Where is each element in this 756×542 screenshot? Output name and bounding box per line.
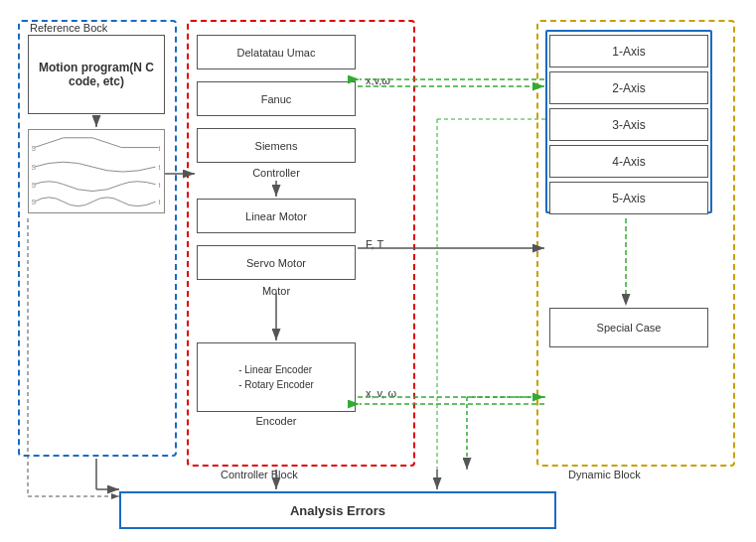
svg-text:S: S xyxy=(32,182,37,189)
motion-program-text: Motion program(N C code, etc) xyxy=(29,61,164,88)
ft-label: F, T xyxy=(366,238,383,250)
encoder-box: - Linear Encoder - Rotary Encoder xyxy=(197,342,356,412)
diagram: Reference Bock Motion program(N C code, … xyxy=(0,0,756,542)
encoder-sublabel: Encoder xyxy=(197,415,356,427)
svg-line-0 xyxy=(35,138,64,148)
svg-text:t: t xyxy=(158,145,160,152)
special-case-label: Special Case xyxy=(597,322,662,334)
axis-4-box: 4-Axis xyxy=(549,145,708,178)
linear-motor-box: Linear Motor xyxy=(197,199,356,233)
svg-text:S: S xyxy=(32,164,37,171)
svg-text:t: t xyxy=(158,164,160,171)
delatatau-box: Delatatau Umac xyxy=(197,35,356,69)
motion-program-box: Motion program(N C code, etc) xyxy=(28,35,165,114)
siemens-box: Siemens xyxy=(197,128,356,163)
encoder-line2: - Rotary Encoder xyxy=(238,377,314,392)
fanuc-label: Fanuc xyxy=(261,93,292,105)
servo-motor-box: Servo Motor xyxy=(197,245,356,280)
xvw-bottom-label: x, v, ω xyxy=(366,387,396,399)
servo-motor-label: Servo Motor xyxy=(246,257,306,269)
analysis-errors-box: Analysis Errors xyxy=(119,491,556,529)
special-case-box: Special Case xyxy=(549,308,708,347)
delatatau-label: Delatatau Umac xyxy=(237,47,316,59)
waveform-box: S t S t S t S t xyxy=(28,129,165,213)
encoder-line1: - Linear Encoder xyxy=(238,362,314,377)
svg-line-2 xyxy=(92,138,121,148)
axis-4-label: 4-Axis xyxy=(612,155,645,169)
axis-5-box: 5-Axis xyxy=(549,182,708,214)
axis-3-box: 3-Axis xyxy=(549,108,708,141)
analysis-errors-label: Analysis Errors xyxy=(290,503,385,518)
reference-block-label: Reference Bock xyxy=(30,22,107,34)
svg-text:t: t xyxy=(158,199,160,205)
axis-1-label: 1-Axis xyxy=(612,45,645,59)
svg-text:t: t xyxy=(158,182,160,189)
axis-3-label: 3-Axis xyxy=(612,118,645,132)
waveform-svg: S t S t S t S t xyxy=(29,130,164,212)
xvw-top-label: x,v,ω xyxy=(366,74,390,86)
motor-sublabel: Motor xyxy=(197,285,356,297)
fanuc-box: Fanuc xyxy=(197,81,356,116)
encoder-content: - Linear Encoder - Rotary Encoder xyxy=(232,358,320,396)
axis-5-label: 5-Axis xyxy=(612,192,645,205)
siemens-label: Siemens xyxy=(255,140,298,152)
axis-1-box: 1-Axis xyxy=(549,35,708,68)
dynamic-block-label: Dynamic Block xyxy=(568,469,641,480)
controller-block-label: Controller Block xyxy=(221,469,298,480)
controller-sublabel: Controller xyxy=(197,167,356,179)
svg-text:S: S xyxy=(32,145,37,152)
axis-2-label: 2-Axis xyxy=(612,81,645,95)
svg-text:S: S xyxy=(32,199,37,205)
linear-motor-label: Linear Motor xyxy=(245,210,307,222)
axis-2-box: 2-Axis xyxy=(549,71,708,104)
